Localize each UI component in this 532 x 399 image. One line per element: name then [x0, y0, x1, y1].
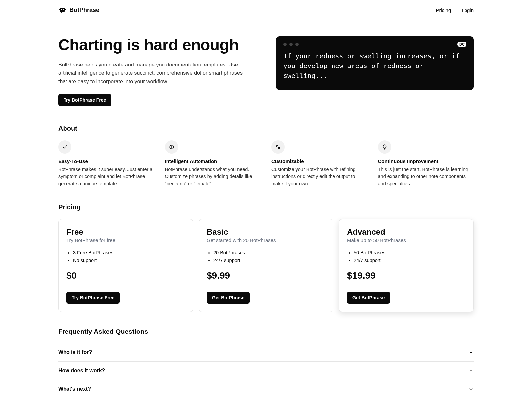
plan-price: $19.99	[347, 270, 466, 281]
feature-title: Easy-To-Use	[58, 158, 154, 164]
faq-question: What's next?	[58, 386, 91, 392]
brand-name: BotPhrase	[69, 7, 99, 14]
faq-item[interactable]: What's next?	[58, 380, 474, 398]
chevron-down-icon	[468, 350, 474, 355]
pricing-section: Pricing Free Try BotPhrase for free 3 Fr…	[58, 203, 474, 328]
terminal-preview: DC If your redness or swelling increases…	[276, 36, 474, 90]
plan-cta-button[interactable]: Try BotPhrase Free	[66, 292, 120, 304]
faq-item[interactable]: How does it work?	[58, 362, 474, 380]
svg-point-2	[63, 9, 64, 10]
hero-subtitle: BotPhrase helps you create and manage yo…	[58, 61, 244, 86]
hero-cta-button[interactable]: Try BotPhrase Free	[58, 94, 111, 106]
plan-name: Free	[66, 227, 185, 237]
plan-subtitle: Get started with 20 BotPhrases	[207, 237, 325, 243]
feature-desc: Customize your BotPhrase with refining i…	[271, 166, 367, 188]
faq-question: Who is it for?	[58, 349, 92, 355]
plan-feature: 3 Free BotPhrases	[73, 249, 185, 257]
faq-section: Frequently Asked Questions Who is it for…	[58, 328, 474, 399]
plan-feature: 24/7 support	[354, 257, 466, 264]
chevron-down-icon	[468, 386, 474, 392]
svg-point-8	[278, 147, 280, 149]
faq-heading: Frequently Asked Questions	[58, 328, 474, 335]
terminal-badge: DC	[457, 42, 466, 47]
plan-feature: 50 BotPhrases	[354, 249, 466, 257]
plan-features: 20 BotPhrases 24/7 support	[207, 249, 325, 264]
feature-title: Customizable	[271, 158, 367, 164]
hero: Charting is hard enough BotPhrase helps …	[58, 20, 474, 125]
plan-advanced: Advanced Make up to 50 BotPhrases 50 Bot…	[339, 219, 474, 312]
plan-free: Free Try BotPhrase for free 3 Free BotPh…	[58, 219, 193, 312]
nav-pricing[interactable]: Pricing	[436, 7, 451, 13]
svg-point-1	[61, 9, 62, 10]
svg-rect-3	[59, 9, 60, 10]
plan-cta-button[interactable]: Get BotPhrase	[207, 292, 250, 304]
chevron-down-icon	[468, 368, 474, 373]
plan-price: $0	[66, 270, 185, 281]
plan-features: 50 BotPhrases 24/7 support	[347, 249, 466, 264]
feature-intelligent: Intelligent Automation BotPhrase underst…	[165, 140, 261, 188]
half-circle-icon	[165, 140, 178, 154]
check-icon	[58, 140, 71, 154]
about-heading: About	[58, 125, 474, 132]
feature-desc: BotPhrase understands what you need. Cus…	[165, 166, 261, 188]
plan-features: 3 Free BotPhrases No support	[66, 249, 185, 264]
feature-desc: BotPhrase makes it super easy. Just ente…	[58, 166, 154, 188]
plan-price: $9.99	[207, 270, 325, 281]
gears-icon	[271, 140, 285, 154]
nav-links: Pricing Login	[436, 7, 474, 13]
chat-bot-icon	[58, 7, 66, 14]
terminal-dots	[283, 43, 299, 46]
feature-improvement: Continuous Improvement This is just the …	[378, 140, 474, 188]
plan-feature: 20 BotPhrases	[213, 249, 325, 257]
hero-title: Charting is hard enough	[58, 36, 256, 54]
feature-customizable: Customizable Customize your BotPhrase wi…	[271, 140, 367, 188]
feature-desc: This is just the start, BotPhrase is lea…	[378, 166, 474, 188]
header: BotPhrase Pricing Login	[58, 0, 474, 20]
plan-name: Advanced	[347, 227, 466, 237]
feature-easy: Easy-To-Use BotPhrase makes it super eas…	[58, 140, 154, 188]
plan-basic: Basic Get started with 20 BotPhrases 20 …	[199, 219, 333, 312]
plan-cta-button[interactable]: Get BotPhrase	[347, 292, 390, 304]
plan-feature: 24/7 support	[213, 257, 325, 264]
svg-rect-0	[60, 8, 65, 12]
svg-rect-4	[65, 9, 66, 10]
plan-feature: No support	[73, 257, 185, 264]
plan-name: Basic	[207, 227, 325, 237]
plan-subtitle: Try BotPhrase for free	[66, 237, 185, 243]
pricing-heading: Pricing	[58, 203, 474, 211]
about-section: About Easy-To-Use BotPhrase makes it sup…	[58, 125, 474, 203]
dot-icon	[295, 43, 299, 46]
faq-question: How does it work?	[58, 368, 105, 374]
feature-title: Continuous Improvement	[378, 158, 474, 164]
dot-icon	[289, 43, 293, 46]
nav-login[interactable]: Login	[462, 7, 474, 13]
faq-item[interactable]: Who is it for?	[58, 343, 474, 362]
svg-point-7	[276, 145, 278, 147]
lightbulb-icon	[378, 140, 391, 154]
dot-icon	[283, 43, 287, 46]
plan-subtitle: Make up to 50 BotPhrases	[347, 237, 466, 243]
logo[interactable]: BotPhrase	[58, 7, 99, 14]
terminal-text: If your redness or swelling increases, o…	[283, 51, 466, 81]
feature-title: Intelligent Automation	[165, 158, 261, 164]
